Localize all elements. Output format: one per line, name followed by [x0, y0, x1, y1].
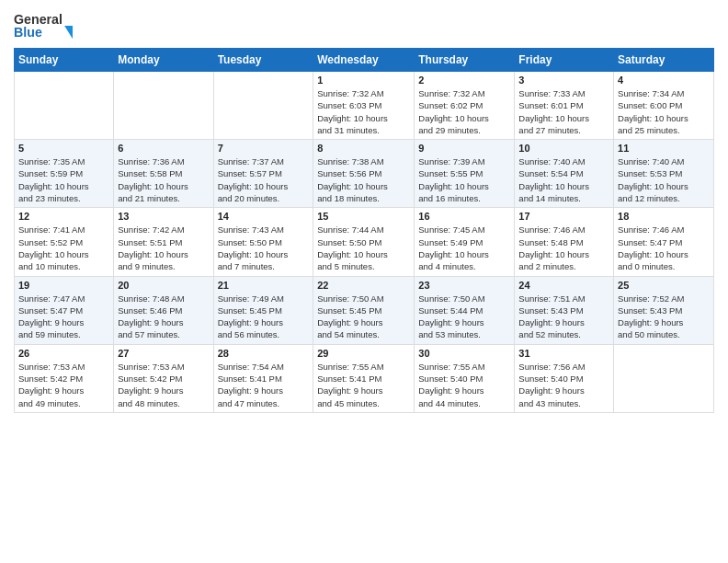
- day-cell: [614, 344, 714, 412]
- day-cell: [114, 72, 213, 140]
- day-cell: 5Sunrise: 7:35 AMSunset: 5:59 PMDaylight…: [15, 140, 114, 208]
- day-info: Sunrise: 7:52 AMSunset: 5:43 PMDaylight:…: [618, 293, 710, 341]
- day-number: 19: [18, 280, 109, 291]
- day-number: 29: [317, 348, 410, 359]
- logo-svg: General Blue: [14, 9, 87, 42]
- day-number: 7: [218, 143, 310, 154]
- day-cell: 28Sunrise: 7:54 AMSunset: 5:41 PMDayligh…: [213, 344, 313, 412]
- day-info: Sunrise: 7:53 AMSunset: 5:42 PMDaylight:…: [18, 361, 109, 409]
- day-number: 5: [18, 143, 109, 154]
- svg-marker-2: [64, 26, 73, 39]
- day-cell: 15Sunrise: 7:44 AMSunset: 5:50 PMDayligh…: [313, 208, 415, 276]
- day-info: Sunrise: 7:32 AMSunset: 6:03 PMDaylight:…: [317, 87, 410, 136]
- week-row-2: 5Sunrise: 7:35 AMSunset: 5:59 PMDaylight…: [15, 140, 714, 208]
- day-number: 18: [618, 211, 710, 222]
- day-cell: 24Sunrise: 7:51 AMSunset: 5:43 PMDayligh…: [515, 276, 614, 344]
- day-info: Sunrise: 7:34 AMSunset: 6:00 PMDaylight:…: [618, 87, 710, 136]
- day-number: 27: [118, 348, 209, 359]
- weekday-wednesday: Wednesday: [313, 49, 415, 72]
- day-cell: 3Sunrise: 7:33 AMSunset: 6:01 PMDaylight…: [515, 72, 614, 140]
- day-cell: [15, 72, 114, 140]
- day-cell: 14Sunrise: 7:43 AMSunset: 5:50 PMDayligh…: [213, 208, 313, 276]
- day-info: Sunrise: 7:42 AMSunset: 5:51 PMDaylight:…: [118, 224, 209, 272]
- day-info: Sunrise: 7:45 AMSunset: 5:49 PMDaylight:…: [418, 224, 510, 272]
- day-cell: 25Sunrise: 7:52 AMSunset: 5:43 PMDayligh…: [614, 276, 714, 344]
- week-row-3: 12Sunrise: 7:41 AMSunset: 5:52 PMDayligh…: [15, 208, 714, 276]
- day-cell: 30Sunrise: 7:55 AMSunset: 5:40 PMDayligh…: [415, 344, 515, 412]
- day-number: 26: [18, 348, 109, 359]
- day-cell: 13Sunrise: 7:42 AMSunset: 5:51 PMDayligh…: [114, 208, 213, 276]
- day-number: 12: [18, 211, 109, 222]
- calendar-table: SundayMondayTuesdayWednesdayThursdayFrid…: [14, 48, 714, 413]
- day-number: 14: [218, 211, 310, 222]
- day-info: Sunrise: 7:48 AMSunset: 5:46 PMDaylight:…: [118, 293, 209, 341]
- day-info: Sunrise: 7:40 AMSunset: 5:53 PMDaylight:…: [618, 155, 710, 204]
- day-number: 25: [618, 280, 710, 291]
- day-info: Sunrise: 7:35 AMSunset: 5:59 PMDaylight:…: [18, 155, 109, 204]
- week-row-5: 26Sunrise: 7:53 AMSunset: 5:42 PMDayligh…: [15, 344, 714, 412]
- day-info: Sunrise: 7:55 AMSunset: 5:41 PMDaylight:…: [317, 361, 410, 409]
- day-cell: 12Sunrise: 7:41 AMSunset: 5:52 PMDayligh…: [15, 208, 114, 276]
- day-number: 30: [418, 348, 510, 359]
- day-cell: 16Sunrise: 7:45 AMSunset: 5:49 PMDayligh…: [415, 208, 515, 276]
- day-number: 16: [418, 211, 510, 222]
- day-number: 9: [418, 143, 510, 154]
- day-number: 4: [618, 75, 710, 86]
- weekday-header-row: SundayMondayTuesdayWednesdayThursdayFrid…: [15, 49, 714, 72]
- day-cell: 18Sunrise: 7:46 AMSunset: 5:47 PMDayligh…: [614, 208, 714, 276]
- day-info: Sunrise: 7:46 AMSunset: 5:48 PMDaylight:…: [518, 224, 609, 272]
- weekday-friday: Friday: [515, 49, 614, 72]
- day-cell: 2Sunrise: 7:32 AMSunset: 6:02 PMDaylight…: [415, 72, 515, 140]
- day-info: Sunrise: 7:54 AMSunset: 5:41 PMDaylight:…: [218, 361, 310, 409]
- day-number: 3: [518, 75, 609, 86]
- day-cell: 1Sunrise: 7:32 AMSunset: 6:03 PMDaylight…: [313, 72, 415, 140]
- day-cell: 11Sunrise: 7:40 AMSunset: 5:53 PMDayligh…: [614, 140, 714, 208]
- day-cell: 20Sunrise: 7:48 AMSunset: 5:46 PMDayligh…: [114, 276, 213, 344]
- day-info: Sunrise: 7:51 AMSunset: 5:43 PMDaylight:…: [518, 293, 609, 341]
- day-cell: 21Sunrise: 7:49 AMSunset: 5:45 PMDayligh…: [213, 276, 313, 344]
- day-cell: [213, 72, 313, 140]
- day-number: 28: [218, 348, 310, 359]
- day-number: 23: [418, 280, 510, 291]
- day-number: 10: [518, 143, 609, 154]
- weekday-sunday: Sunday: [15, 49, 114, 72]
- logo: General Blue: [14, 9, 87, 42]
- day-cell: 7Sunrise: 7:37 AMSunset: 5:57 PMDaylight…: [213, 140, 313, 208]
- day-cell: 29Sunrise: 7:55 AMSunset: 5:41 PMDayligh…: [313, 344, 415, 412]
- day-cell: 31Sunrise: 7:56 AMSunset: 5:40 PMDayligh…: [515, 344, 614, 412]
- day-info: Sunrise: 7:36 AMSunset: 5:58 PMDaylight:…: [118, 155, 209, 204]
- week-row-1: 1Sunrise: 7:32 AMSunset: 6:03 PMDaylight…: [15, 72, 714, 140]
- day-number: 2: [418, 75, 510, 86]
- day-info: Sunrise: 7:56 AMSunset: 5:40 PMDaylight:…: [518, 361, 609, 409]
- day-info: Sunrise: 7:39 AMSunset: 5:55 PMDaylight:…: [418, 155, 510, 204]
- weekday-saturday: Saturday: [614, 49, 714, 72]
- day-number: 31: [518, 348, 609, 359]
- day-info: Sunrise: 7:46 AMSunset: 5:47 PMDaylight:…: [618, 224, 710, 272]
- day-number: 6: [118, 143, 209, 154]
- day-info: Sunrise: 7:49 AMSunset: 5:45 PMDaylight:…: [218, 293, 310, 341]
- day-info: Sunrise: 7:41 AMSunset: 5:52 PMDaylight:…: [18, 224, 109, 272]
- day-info: Sunrise: 7:44 AMSunset: 5:50 PMDaylight:…: [317, 224, 410, 272]
- day-info: Sunrise: 7:37 AMSunset: 5:57 PMDaylight:…: [218, 155, 310, 204]
- day-cell: 10Sunrise: 7:40 AMSunset: 5:54 PMDayligh…: [515, 140, 614, 208]
- day-info: Sunrise: 7:40 AMSunset: 5:54 PMDaylight:…: [518, 155, 609, 204]
- day-cell: 8Sunrise: 7:38 AMSunset: 5:56 PMDaylight…: [313, 140, 415, 208]
- day-info: Sunrise: 7:32 AMSunset: 6:02 PMDaylight:…: [418, 87, 510, 136]
- day-cell: 19Sunrise: 7:47 AMSunset: 5:47 PMDayligh…: [15, 276, 114, 344]
- day-number: 1: [317, 75, 410, 86]
- day-info: Sunrise: 7:50 AMSunset: 5:45 PMDaylight:…: [317, 293, 410, 341]
- day-number: 21: [218, 280, 310, 291]
- day-info: Sunrise: 7:55 AMSunset: 5:40 PMDaylight:…: [418, 361, 510, 409]
- day-info: Sunrise: 7:33 AMSunset: 6:01 PMDaylight:…: [518, 87, 609, 136]
- weekday-monday: Monday: [114, 49, 213, 72]
- day-number: 8: [317, 143, 410, 154]
- day-number: 11: [618, 143, 710, 154]
- day-number: 15: [317, 211, 410, 222]
- day-cell: 4Sunrise: 7:34 AMSunset: 6:00 PMDaylight…: [614, 72, 714, 140]
- day-number: 13: [118, 211, 209, 222]
- day-info: Sunrise: 7:47 AMSunset: 5:47 PMDaylight:…: [18, 293, 109, 341]
- day-info: Sunrise: 7:38 AMSunset: 5:56 PMDaylight:…: [317, 155, 410, 204]
- day-info: Sunrise: 7:43 AMSunset: 5:50 PMDaylight:…: [218, 224, 310, 272]
- day-cell: 26Sunrise: 7:53 AMSunset: 5:42 PMDayligh…: [15, 344, 114, 412]
- day-info: Sunrise: 7:50 AMSunset: 5:44 PMDaylight:…: [418, 293, 510, 341]
